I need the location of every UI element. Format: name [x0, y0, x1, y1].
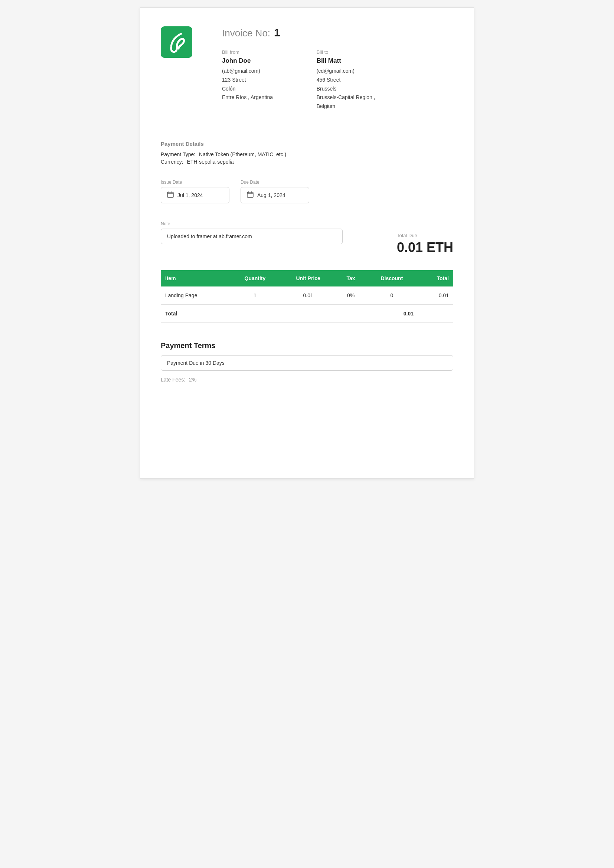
col-header-total: Total — [418, 270, 453, 287]
left-middle: Issue Date Jul 1, 2024 — [161, 180, 343, 255]
bill-to-details: (cd@gmail.com) 456 Street Brussels Bruss… — [317, 67, 381, 111]
bill-from: Bill from John Doe (ab@gmail.com) 123 St… — [222, 50, 287, 111]
table-header: Item Quantity Unit Price Tax Discount To… — [161, 270, 453, 287]
note-input[interactable]: Uploaded to framer at ab.framer.com — [161, 229, 343, 244]
logo — [161, 26, 192, 58]
total-due-amount: 0.01 ETH — [397, 240, 453, 255]
bill-from-label: Bill from — [222, 50, 287, 55]
due-date-field: Due Date Aug 1, 2024 — [240, 180, 309, 203]
col-header-tax: Tax — [336, 270, 365, 287]
row-quantity: 1 — [230, 287, 280, 305]
note-label: Note — [161, 221, 343, 226]
terms-input[interactable]: Payment Due in 30 Days — [161, 355, 453, 371]
payment-type-label: Payment Type: — [161, 151, 195, 157]
col-header-discount: Discount — [366, 270, 418, 287]
col-header-unit-price: Unit Price — [280, 270, 336, 287]
svg-rect-1 — [167, 192, 174, 197]
row-unit-price: 0.01 — [280, 287, 336, 305]
bill-to-name: Bill Matt — [317, 57, 381, 65]
currency-value: ETH-sepolia-sepolia — [187, 159, 234, 165]
svg-rect-0 — [161, 26, 192, 58]
total-due-box: Total Due 0.01 ETH — [397, 232, 453, 255]
invoice-page: Invoice No: 1 Bill from John Doe (ab@gma… — [140, 8, 474, 479]
row-total: 0.01 — [418, 287, 453, 305]
total-due-label: Total Due — [397, 232, 453, 238]
late-fees-label: Late Fees: — [161, 377, 185, 383]
invoice-header: Invoice No: 1 Bill from John Doe (ab@gma… — [161, 26, 453, 126]
row-item: Landing Page — [161, 287, 230, 305]
payment-type-row: Payment Type: Native Token (Ethereum, MA… — [161, 151, 453, 157]
due-date-value: Aug 1, 2024 — [257, 192, 285, 198]
calendar-icon-due — [247, 191, 254, 199]
payment-terms-title: Payment Terms — [161, 341, 453, 350]
invoice-number: 1 — [274, 26, 280, 39]
bill-to: Bill to Bill Matt (cd@gmail.com) 456 Str… — [317, 50, 381, 111]
currency-row: Currency: ETH-sepolia-sepolia — [161, 159, 453, 165]
payment-terms-section: Payment Terms Payment Due in 30 Days Lat… — [161, 341, 453, 383]
issue-date-value: Jul 1, 2024 — [177, 192, 203, 198]
col-header-item: Item — [161, 270, 230, 287]
currency-label: Currency: — [161, 159, 183, 165]
table-body: Landing Page 1 0.01 0% 0 0.01 Total 0.01 — [161, 287, 453, 323]
invoice-label: Invoice No: — [222, 28, 270, 39]
middle-section: Issue Date Jul 1, 2024 — [161, 180, 453, 255]
svg-rect-5 — [247, 192, 253, 197]
total-label: Total — [161, 304, 230, 322]
invoice-title-wrap: Invoice No: 1 Bill from John Doe (ab@gma… — [222, 26, 381, 126]
late-fees-value: 2% — [189, 377, 196, 383]
col-header-quantity: Quantity — [230, 270, 280, 287]
due-date-input[interactable]: Aug 1, 2024 — [240, 187, 309, 203]
row-discount: 0 — [366, 287, 418, 305]
bill-from-details: (ab@gmail.com) 123 Street Colón Entre Rí… — [222, 67, 287, 102]
table-row: Landing Page 1 0.01 0% 0 0.01 — [161, 287, 453, 305]
invoice-table: Item Quantity Unit Price Tax Discount To… — [161, 270, 453, 323]
bill-section: Bill from John Doe (ab@gmail.com) 123 St… — [222, 50, 381, 111]
payment-details-section: Payment Details Payment Type: Native Tok… — [161, 141, 453, 165]
invoice-title: Invoice No: 1 — [222, 26, 381, 39]
payment-type-value: Native Token (Ethereum, MATIC, etc.) — [199, 151, 286, 157]
issue-date-input[interactable]: Jul 1, 2024 — [161, 187, 229, 203]
issue-date-label: Issue Date — [161, 180, 229, 185]
note-section: Note Uploaded to framer at ab.framer.com — [161, 221, 343, 244]
calendar-icon-issue — [167, 191, 174, 199]
table-total-row: Total 0.01 — [161, 304, 453, 322]
bill-from-name: John Doe — [222, 57, 287, 65]
late-fees-row: Late Fees: 2% — [161, 377, 453, 383]
dates-row: Issue Date Jul 1, 2024 — [161, 180, 343, 203]
total-value: 0.01 — [366, 304, 418, 322]
bill-to-label: Bill to — [317, 50, 381, 55]
payment-details-title: Payment Details — [161, 141, 453, 147]
issue-date-field: Issue Date Jul 1, 2024 — [161, 180, 229, 203]
due-date-label: Due Date — [240, 180, 309, 185]
row-tax: 0% — [336, 287, 365, 305]
